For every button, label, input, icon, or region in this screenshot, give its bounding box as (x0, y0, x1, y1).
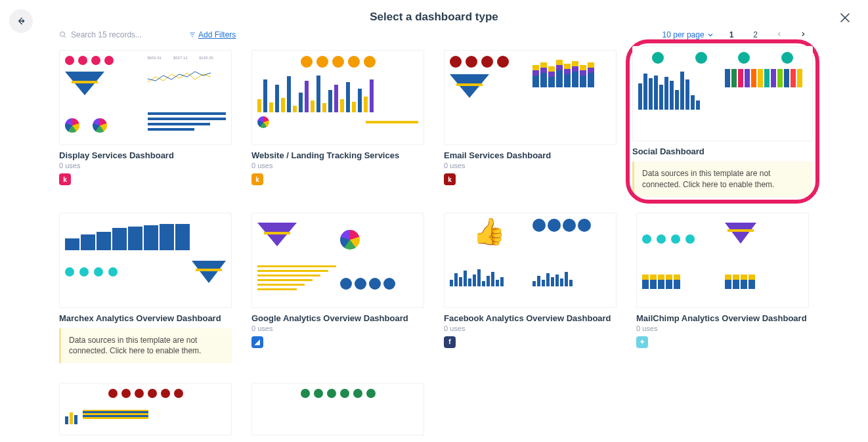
per-page-select[interactable]: 10 per page (662, 30, 714, 39)
card-title: Email Services Dashboard (444, 150, 617, 160)
integration-badge: ◢ (251, 336, 263, 348)
integration-badge: ✦ (636, 336, 648, 348)
card-title: Social Dashboard (632, 146, 813, 156)
dashboard-thumbnail (251, 213, 424, 308)
data-source-warning[interactable]: Data sources in this template are not co… (59, 328, 232, 364)
thumbs-up-icon: 👍 (450, 216, 529, 263)
dashboard-card[interactable]: Google Analytics Overview Dashboard 0 us… (251, 213, 424, 364)
data-source-warning[interactable]: Data sources in this template are not co… (632, 162, 813, 197)
close-icon (840, 13, 850, 22)
page-title: Select a dashboard type (0, 0, 868, 24)
page-2[interactable]: 2 (749, 30, 762, 39)
dashboard-card[interactable] (59, 383, 232, 435)
card-title: Display Services Dashboard (59, 150, 232, 160)
chevron-right-icon (800, 31, 806, 37)
card-title: Marchex Analytics Overview Dashboard (59, 313, 232, 323)
dashboard-thumbnail (632, 46, 813, 141)
dashboard-thumbnail (59, 383, 232, 435)
search-field[interactable] (59, 30, 169, 39)
dashboard-card[interactable] (251, 383, 424, 435)
card-uses: 0 uses (444, 162, 617, 169)
dashboard-card[interactable]: Website / Landing Tracking Services 0 us… (251, 50, 424, 193)
filter-icon (189, 32, 196, 38)
dashboard-thumbnail (636, 213, 809, 308)
dashboard-thumbnail (59, 213, 232, 308)
card-title: Google Analytics Overview Dashboard (251, 313, 424, 323)
chevron-left-icon (776, 31, 783, 37)
card-uses: 0 uses (251, 324, 424, 332)
chevron-down-icon (707, 32, 714, 38)
integration-badge: k (251, 173, 263, 185)
card-title: Facebook Analytics Overview Dashboard (444, 313, 617, 323)
close-button[interactable] (840, 12, 850, 26)
dashboard-card-highlighted[interactable]: Social Dashboard Data sources in this te… (630, 43, 815, 200)
integration-badge: k (59, 173, 71, 185)
add-filters-button[interactable]: Add Filters (189, 30, 236, 39)
filters-label: Add Filters (198, 30, 236, 39)
prev-page-button[interactable] (773, 30, 785, 39)
card-title: Website / Landing Tracking Services (251, 150, 424, 160)
card-uses: 0 uses (444, 324, 617, 332)
dashboard-grid: $652.61 $527.12 $195.25 Display Services… (0, 43, 868, 435)
toolbar: Add Filters 10 per page 1 2 (0, 24, 868, 43)
card-title: MailChimp Analytics Overview Dashboard (636, 313, 809, 323)
dashboard-thumbnail (251, 50, 424, 145)
search-icon (59, 31, 67, 39)
dashboard-card[interactable]: Email Services Dashboard 0 uses k (444, 50, 617, 193)
page-1[interactable]: 1 (726, 30, 738, 39)
dashboard-card[interactable]: $652.61 $527.12 $195.25 Display Services… (59, 50, 232, 193)
dashboard-thumbnail: $652.61 $527.12 $195.25 (59, 50, 232, 145)
dashboard-thumbnail (251, 383, 424, 435)
dashboard-card[interactable]: Marchex Analytics Overview Dashboard Dat… (59, 213, 232, 364)
search-input[interactable] (71, 30, 169, 39)
integration-badge: k (444, 173, 456, 185)
back-button[interactable] (9, 9, 33, 33)
card-uses: 0 uses (251, 162, 424, 169)
card-uses: 0 uses (59, 162, 232, 169)
integration-badge: f (444, 336, 456, 348)
dashboard-thumbnail: 👍 (444, 213, 617, 308)
dashboard-card[interactable]: 👍 Facebook Analytics Overview Dashboard (444, 213, 617, 364)
back-arrow-icon (16, 16, 26, 26)
next-page-button[interactable] (797, 30, 809, 39)
dashboard-thumbnail (444, 50, 617, 145)
card-uses: 0 uses (636, 324, 809, 332)
dashboard-card[interactable]: MailChimp Analytics Overview Dashboard 0… (636, 213, 809, 364)
